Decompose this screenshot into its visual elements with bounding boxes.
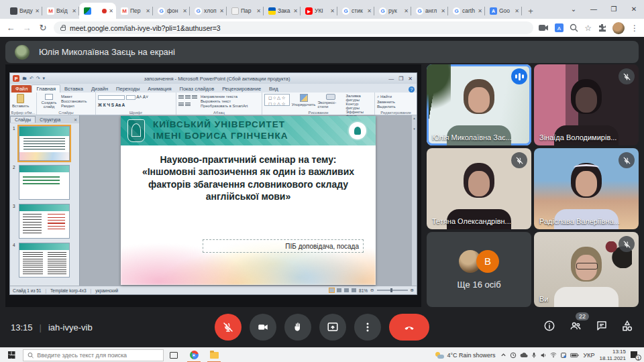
ribbon-tab-6[interactable]: Показ слайдов: [176, 85, 219, 93]
tab-close-icon[interactable]: ✕: [367, 8, 372, 14]
shapes-gallery[interactable]: ◻ ○ △ ☆◻ ○ △ ☆: [264, 94, 290, 106]
participant-tile-5[interactable]: Ви: [534, 232, 639, 307]
forward-icon[interactable]: →: [21, 23, 32, 33]
ribbon-tab-3[interactable]: Дизайн: [87, 85, 112, 93]
more-options-button[interactable]: [354, 314, 381, 341]
language-indicator[interactable]: УКР: [584, 352, 595, 359]
slide-thumbnail-4[interactable]: 4: [13, 243, 78, 278]
tab-close-icon[interactable]: ✕: [441, 8, 445, 14]
tab-close-icon[interactable]: ✕: [404, 8, 409, 14]
browser-tab-7[interactable]: Зака✕: [264, 3, 301, 19]
ribbon-tab-7[interactable]: Рецензирование: [218, 85, 265, 93]
network-icon[interactable]: [550, 352, 557, 358]
browser-tab-0[interactable]: Виду✕: [5, 3, 42, 19]
mic-mute-button[interactable]: [215, 314, 241, 341]
paragraph-align-buttons[interactable]: [178, 94, 199, 109]
slideshow-view-icon[interactable]: [352, 288, 356, 292]
browser-tab-3[interactable]: MПер✕: [116, 3, 153, 19]
ribbon-tab-1[interactable]: Главная: [32, 84, 60, 93]
shape-outline-button[interactable]: Контур фигуры: [346, 102, 372, 110]
tab-close-icon[interactable]: ✕: [146, 8, 150, 14]
start-button[interactable]: [0, 348, 23, 362]
tab-close-icon[interactable]: ✕: [182, 8, 187, 14]
browser-tab-10[interactable]: Gрук✕: [374, 3, 411, 19]
ppt-close-button[interactable]: ✕: [408, 76, 413, 82]
battery-icon[interactable]: [570, 353, 579, 358]
reading-view-icon[interactable]: [344, 288, 349, 292]
tab-close-icon[interactable]: ✕: [330, 8, 335, 14]
paste-button[interactable]: Вставить: [12, 94, 29, 109]
slide-thumbnail-1[interactable]: 1: [13, 126, 78, 161]
leave-call-button[interactable]: [389, 314, 429, 341]
ribbon-tab-0[interactable]: Файл: [11, 85, 32, 93]
chat-button[interactable]: [596, 320, 608, 335]
ppt-help-icon[interactable]: ?: [409, 86, 415, 93]
replace-button[interactable]: Заменить: [377, 100, 396, 104]
find-button[interactable]: ⌕ Найти: [377, 95, 396, 99]
layout-button[interactable]: Макет: [61, 95, 87, 99]
participants-button[interactable]: 22: [569, 320, 582, 335]
quick-access-toolbar[interactable]: 🖿 ↶ ↷ ▾: [22, 76, 46, 81]
bluetooth-device-icon[interactable]: [560, 352, 567, 359]
bookmark-star-icon[interactable]: ☆: [584, 23, 592, 33]
browser-tab-1[interactable]: MВхід✕: [42, 3, 79, 19]
browser-tab-8[interactable]: ▶УКІ✕: [301, 3, 337, 19]
ppt-restore-button[interactable]: ❐: [398, 76, 403, 82]
activities-button[interactable]: [621, 320, 633, 335]
tab-close-icon[interactable]: ✕: [219, 8, 224, 14]
zoom-slider[interactable]: [377, 290, 408, 291]
slide-thumbnail-3[interactable]: 3: [13, 204, 78, 239]
tab-close-icon[interactable]: ✕: [515, 8, 519, 14]
sorter-view-icon[interactable]: [337, 288, 341, 292]
tab-search-icon[interactable]: ⌄: [564, 5, 584, 13]
browser-tab-5[interactable]: Gхлоп✕: [190, 3, 227, 19]
taskbar-explorer-button[interactable]: [204, 348, 224, 362]
clock-sync-icon[interactable]: [510, 352, 517, 359]
participant-tile-4[interactable]: ВЩе 16 осіб: [427, 232, 531, 307]
tab-close-icon[interactable]: ✕: [72, 8, 76, 14]
new-tab-button[interactable]: +: [525, 5, 537, 17]
minimize-button[interactable]: —: [584, 5, 604, 13]
font-style-buttons[interactable]: Ж К Ч S Aa A: [98, 102, 174, 108]
url-text[interactable]: meet.google.com/iah-ivye-vib?pli=1&authu…: [70, 24, 221, 32]
action-center-button[interactable]: 1: [631, 351, 640, 359]
tab-close-icon[interactable]: ✕: [256, 8, 261, 14]
volume-icon[interactable]: [540, 352, 547, 359]
font-controls[interactable]: A˄ A˅: [98, 94, 174, 100]
text-direction-button[interactable]: Направление текста: [201, 95, 248, 99]
browser-menu-icon[interactable]: ⋮: [631, 23, 639, 33]
ribbon-tab-2[interactable]: Вставка: [60, 85, 87, 93]
shape-fill-button[interactable]: Заливка фигуры: [346, 94, 372, 102]
browser-tab-6[interactable]: Пар✕: [227, 3, 264, 19]
restore-button[interactable]: ❐: [604, 5, 624, 13]
panel-close-icon[interactable]: ✕: [74, 117, 79, 122]
new-slide-button[interactable]: Создать слайд: [39, 94, 59, 109]
slide-canvas[interactable]: КИЇВСЬКИЙ УНІВЕРСИТЕТ ІМЕНІ БОРИСА ГРІНЧ…: [121, 116, 376, 285]
tray-expand-icon[interactable]: [500, 352, 506, 358]
translate-icon[interactable]: A: [555, 23, 564, 32]
browser-tab-11[interactable]: Gангл✕: [411, 3, 448, 19]
participant-tile-1[interactable]: Зінаїда Володимирів...: [534, 64, 639, 145]
task-view-button[interactable]: [164, 348, 184, 362]
select-button[interactable]: Выделить: [377, 105, 396, 109]
browser-tab-2[interactable]: ✕: [79, 3, 116, 19]
smartart-button[interactable]: Преобразовать в SmartArt: [201, 104, 248, 108]
align-text-button[interactable]: Выровнять текст: [201, 99, 248, 103]
ribbon-tab-4[interactable]: Переходы: [112, 85, 144, 93]
browser-tab-12[interactable]: Gcarth✕: [448, 3, 485, 19]
browser-tab-9[interactable]: Gстик✕: [337, 3, 374, 19]
taskbar-search[interactable]: [23, 349, 164, 361]
reset-button[interactable]: Восстановить: [61, 99, 87, 103]
close-button[interactable]: ✕: [624, 5, 644, 13]
reload-icon[interactable]: ↻: [38, 23, 48, 33]
browser-tab-4[interactable]: Gфон✕: [153, 3, 190, 19]
section-button[interactable]: Раздел: [61, 104, 87, 108]
tab-close-icon[interactable]: ✕: [478, 8, 482, 14]
quick-styles-button[interactable]: Экспресс-стили: [317, 94, 343, 109]
search-input[interactable]: [37, 352, 159, 359]
slides-tab[interactable]: Слайды: [10, 116, 36, 123]
profile-avatar[interactable]: [612, 22, 625, 34]
slide-thumbnail-2[interactable]: 2: [13, 165, 78, 200]
participant-tile-0[interactable]: Юлія Миколаївна Зає...: [427, 64, 531, 145]
participant-tile-3[interactable]: Радіслава Валеріївна...: [534, 148, 639, 229]
